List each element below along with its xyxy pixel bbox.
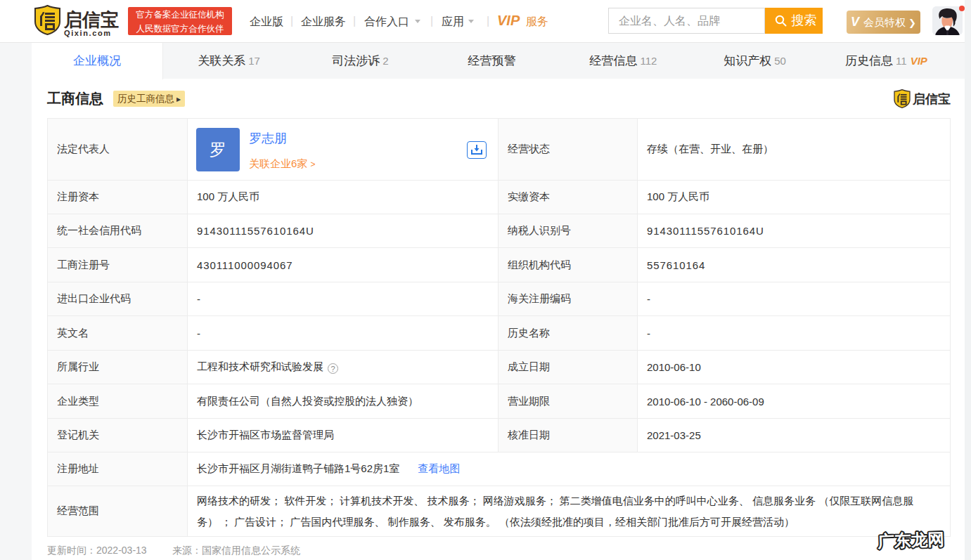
svg-text:广东龙网: 广东龙网	[877, 530, 945, 550]
